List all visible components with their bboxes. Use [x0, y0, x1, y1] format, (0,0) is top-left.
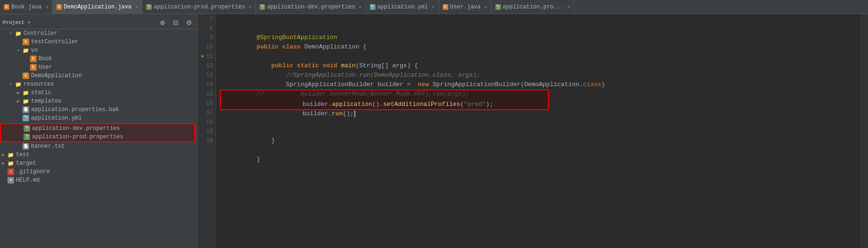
folder-vo[interactable]: ▾ 📁 vo — [0, 46, 197, 55]
tree-icon-collapse[interactable]: ⊟ — [171, 18, 180, 27]
tab-close-yml[interactable]: ✕ — [432, 4, 435, 10]
line-num-8: 8 — [200, 24, 213, 33]
file-help-md[interactable]: M HELP.md — [0, 176, 197, 184]
chevron-icon: ▾ — [9, 31, 14, 36]
tab-app-yml[interactable]: 🍃 application.yml ✕ — [366, 0, 439, 14]
file-app-dev-props[interactable]: 🍃 application-dev.properties — [1, 124, 194, 133]
folder-controller[interactable]: ▾ 📁 Controller — [0, 29, 197, 38]
props-icon: 🍃 — [259, 4, 265, 10]
folder-icon: 📁 — [8, 160, 14, 167]
keyword-new: new — [418, 81, 432, 88]
keyword-public: public — [257, 43, 282, 50]
code-line-11: public static void main(String[] args) { — [220, 52, 857, 61]
keyword-class2: class — [583, 81, 601, 88]
file-label: application-prod.properties — [32, 134, 123, 140]
tab-close-pro[interactable]: ✕ — [567, 4, 570, 10]
file-demo-application[interactable]: C DemoApplication — [0, 72, 197, 80]
run-icon[interactable]: ▶ — [202, 52, 204, 61]
file-label: DemoApplication — [31, 72, 82, 79]
chevron-icon: ▾ — [17, 48, 22, 53]
java-icon: C — [23, 72, 29, 79]
code-15e: ); — [486, 101, 493, 108]
folder-label: static — [31, 89, 51, 96]
props-icon: 🍃 — [23, 134, 30, 140]
file-label: application-dev.properties — [32, 125, 120, 132]
code-17: } — [257, 137, 275, 144]
tab-app-prod[interactable]: 🍃 application-prod.properties ✕ — [142, 0, 256, 14]
method-main: main — [341, 62, 355, 69]
props-icon: 🍃 — [23, 125, 30, 132]
file-user[interactable]: C User — [0, 63, 197, 72]
tree-icon-settings[interactable]: ⚙ — [184, 18, 194, 27]
keyword-class: class — [282, 43, 305, 50]
code-15b: builder. — [303, 101, 332, 108]
tab-bar: C Book.java ✕ C DemoApplication.java ✕ 🍃… — [0, 0, 868, 14]
java-icon: C — [4, 4, 9, 10]
class-builder2: SpringApplicationBuilder — [433, 81, 521, 88]
tab-label: application-prod.properties — [154, 4, 245, 10]
props-icon: 🍃 — [495, 4, 501, 10]
line-num-9: 9 — [200, 33, 213, 42]
class-demoapplication: DemoApplication { — [304, 43, 367, 50]
java-icon: C — [23, 39, 29, 45]
tab-close-book[interactable]: ✕ — [46, 4, 48, 10]
main-content: Project ▾ ⊕ ⊟ ⚙ ▾ 📁 Controller C testCon… — [0, 14, 868, 248]
tab-app-dev[interactable]: 🍃 application-dev.properties ✕ — [256, 0, 366, 14]
tab-label: User.java — [450, 4, 481, 10]
tree-icon-add[interactable]: ⊕ — [158, 18, 167, 27]
class-builder: SpringApplicationBuilder — [286, 81, 374, 88]
line-num-18: 18 — [200, 118, 213, 127]
code-15c: (). — [372, 101, 383, 108]
file-label: HELP.md — [16, 177, 39, 184]
file-label: .gitignore — [16, 168, 50, 175]
tab-close-prod[interactable]: ✕ — [249, 4, 251, 10]
file-app-props-bak[interactable]: 📄 application.properties.bak — [0, 105, 197, 114]
code-editor[interactable]: 7 8 9 10 ▶ 11 12 13 14 15 16 17 18 19 20 — [197, 14, 860, 248]
file-label: testController — [31, 39, 78, 45]
line-num-20: 20 — [200, 136, 213, 146]
line-num-10: 10 — [200, 42, 213, 52]
folder-label: Controller — [23, 30, 57, 37]
chevron-icon: ▶ — [17, 98, 22, 104]
code-line-8: @SpringBootApplication — [220, 24, 857, 33]
file-test-controller[interactable]: C testController — [0, 38, 197, 46]
folder-resources[interactable]: ▾ 📁 resources — [0, 80, 197, 88]
folder-test[interactable]: ▶ 📁 test — [0, 151, 197, 159]
txt-icon: 📄 — [23, 143, 29, 150]
folder-templates[interactable]: ▶ 📁 templates — [0, 97, 197, 105]
tab-label: application-dev.properties — [267, 4, 355, 10]
code-params: ( — [356, 62, 360, 69]
folder-icon: 📁 — [8, 152, 14, 158]
line-numbers: 7 8 9 10 ▶ 11 12 13 14 15 16 17 18 19 20 — [197, 14, 216, 248]
file-banner-txt[interactable]: 📄 banner.txt — [0, 142, 197, 151]
file-label: Book — [39, 56, 52, 62]
chevron-icon: ▶ — [2, 160, 7, 166]
folder-target[interactable]: ▶ 📁 target — [0, 159, 197, 168]
code-13b: builder = — [374, 81, 414, 88]
tab-close-dev[interactable]: ✕ — [359, 4, 362, 10]
folder-label: templates — [31, 98, 62, 104]
tab-demo-application[interactable]: C DemoApplication.java ✕ — [53, 0, 142, 14]
file-app-yml[interactable]: 🍃 application.yml — [0, 114, 197, 122]
props-icon: 🍃 — [146, 4, 152, 10]
chevron-icon: ▶ — [17, 90, 22, 96]
code-15d: ( — [460, 101, 464, 108]
tab-book-java[interactable]: C Book.java ✕ — [0, 0, 53, 14]
code-line-19: } — [220, 145, 857, 155]
file-label: application.yml — [31, 115, 82, 121]
tab-user-java[interactable]: C User.java ✕ — [439, 0, 492, 14]
file-gitignore[interactable]: G .gitignore — [0, 168, 197, 176]
file-book[interactable]: C Book — [0, 55, 197, 63]
method-app: application — [332, 101, 372, 108]
tab-close-demo[interactable]: ✕ — [135, 4, 138, 10]
tab-app-pro[interactable]: 🍃 application.pro... ✕ — [492, 0, 575, 14]
code-indent — [257, 62, 271, 69]
folder-static[interactable]: ▶ 📁 static — [0, 88, 197, 97]
tab-close-user[interactable]: ✕ — [485, 4, 487, 10]
file-app-prod-props[interactable]: 🍃 application-prod.properties — [1, 133, 194, 141]
right-scrollbar[interactable] — [860, 14, 868, 248]
line-num-13: 13 — [200, 71, 213, 80]
line-num-14: 14 — [200, 80, 213, 89]
yaml-icon: 🍃 — [370, 4, 375, 10]
code-15a — [273, 101, 302, 108]
